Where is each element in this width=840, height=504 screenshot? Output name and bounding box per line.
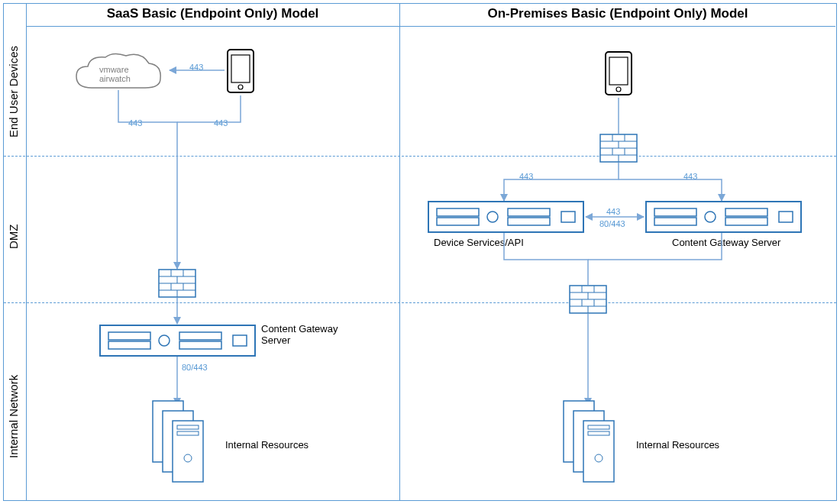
ir-label: Internal Resources [636,439,719,451]
svg-rect-67 [583,421,614,482]
internal-resources-icon [560,397,628,481]
